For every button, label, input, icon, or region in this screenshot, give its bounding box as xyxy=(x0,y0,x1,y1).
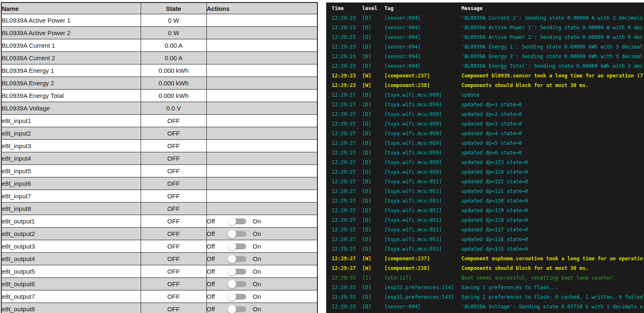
entity-actions: Off On xyxy=(206,240,317,253)
log-level: [D] xyxy=(362,110,384,119)
column-header-state: State xyxy=(141,3,206,14)
log-level: [D] xyxy=(362,62,384,71)
entity-actions: Off On xyxy=(206,290,317,303)
table-row: e8t_input5 OFF xyxy=(1,165,317,177)
toggle-on-label: On xyxy=(253,255,261,262)
toggle-thumb-icon xyxy=(228,255,236,263)
entity-actions xyxy=(206,64,317,77)
entity-name: e8t_output5 xyxy=(1,265,141,278)
entity-name: e8t_output4 xyxy=(1,253,141,265)
table-row: BL0939A Energy 2 0.000 kWh xyxy=(1,77,317,90)
toggle-switch[interactable] xyxy=(228,267,246,277)
entity-name: e8t_input6 xyxy=(1,177,141,190)
log-message: 'BL0939A Current 2': Sending state 0.000… xyxy=(461,13,644,23)
log-message: updated dp=6 state=0 xyxy=(461,148,644,158)
log-time: 12:29:27 xyxy=(332,100,362,110)
entity-state: OFF xyxy=(141,228,206,240)
entity-name: e8t_output3 xyxy=(1,240,141,253)
entity-actions: Off On xyxy=(206,303,317,313)
log-row: 12:29:23 [D] [sensor:094] 'BL0939A Activ… xyxy=(332,33,644,42)
entity-actions xyxy=(206,127,317,140)
entity-state: OFF xyxy=(141,278,206,290)
log-row: 12:29:27 [D] [tuya.wifi.mcu:051] updated… xyxy=(332,187,644,196)
entity-state: OFF xyxy=(141,203,206,215)
toggle-switch[interactable] xyxy=(228,292,246,302)
log-level: [D] xyxy=(362,33,384,42)
log-level: [D] xyxy=(362,52,384,62)
entity-state: OFF xyxy=(141,177,206,190)
log-level: [D] xyxy=(362,225,384,235)
toggle-group: Off On xyxy=(207,303,317,313)
log-tag: [tuya.wifi.mcu:059] xyxy=(384,129,461,139)
entity-actions xyxy=(206,77,317,90)
log-row: 12:29:23 [D] [sensor:094] 'BL0939A Energ… xyxy=(332,52,644,62)
table-row: e8t_output5 OFF Off On xyxy=(1,265,317,278)
toggle-on-label: On xyxy=(253,305,261,313)
toggle-switch[interactable] xyxy=(228,216,246,226)
entity-name: BL0939A Current 2 xyxy=(1,52,141,64)
log-row: 12:29:27 [D] [tuya.wifi.mcu:051] updated… xyxy=(332,235,644,244)
log-message: updated dp=2 state=0 xyxy=(461,110,644,119)
toggle-switch[interactable] xyxy=(228,229,246,239)
toggle-switch[interactable] xyxy=(228,254,246,264)
toggle-thumb-icon xyxy=(228,305,236,313)
toggle-off-label: Off xyxy=(207,305,218,313)
entity-table: Name State Actions BL0939A Active Power … xyxy=(1,2,318,313)
toggle-on-label: On xyxy=(253,230,261,237)
log-message: Components should block for at most 30 m… xyxy=(461,264,644,273)
entity-state: OFF xyxy=(141,265,206,278)
toggle-off-label: Off xyxy=(207,218,218,225)
table-row: e8t_output1 OFF Off On xyxy=(1,215,317,228)
table-row: BL0939A Voltage 0.0 V xyxy=(1,102,317,115)
table-row: e8t_input4 OFF xyxy=(1,152,317,165)
log-time: 12:29:27 xyxy=(332,129,362,139)
entity-table-header-row: Name State Actions xyxy=(1,3,317,14)
entity-state: OFF xyxy=(141,253,206,265)
toggle-switch[interactable] xyxy=(228,279,246,289)
entity-table-body: BL0939A Active Power 1 0 W BL0939A Activ… xyxy=(1,14,317,313)
toggle-off-label: Off xyxy=(207,293,218,300)
toggle-on-label: On xyxy=(253,293,261,300)
log-column-header-message: Message xyxy=(461,4,644,13)
log-level: [W] xyxy=(362,71,384,81)
entity-name: e8t_output6 xyxy=(1,278,141,290)
log-time: 12:29:27 xyxy=(332,264,362,273)
toggle-on-label: On xyxy=(253,243,261,250)
log-level: [D] xyxy=(362,13,384,23)
table-row: e8t_output7 OFF Off On xyxy=(1,290,317,303)
entity-actions xyxy=(206,52,317,64)
toggle-off-label: Off xyxy=(207,230,218,237)
log-panel[interactable]: Time level Tag Message 12:29:23 [D] [sen… xyxy=(326,3,644,313)
log-level: [D] xyxy=(362,235,384,244)
table-row: e8t_input1 OFF xyxy=(1,115,317,127)
log-level: [D] xyxy=(362,148,384,158)
log-time: 12:29:27 xyxy=(332,244,362,254)
log-time: 12:29:27 xyxy=(332,139,362,148)
log-tag: [component:238] xyxy=(384,81,461,90)
log-row: 12:29:27 [D] [tuya.wifi.mcu:059] updated… xyxy=(332,167,644,177)
log-time: 12:29:23 xyxy=(332,52,362,62)
entity-actions xyxy=(206,27,317,39)
table-row: e8t_output6 OFF Off On xyxy=(1,278,317,290)
entity-actions xyxy=(206,203,317,215)
log-time: 12:29:33 xyxy=(332,283,362,292)
toggle-switch[interactable] xyxy=(228,304,246,313)
log-tag: [tuya.wifi.mcu:059] xyxy=(384,148,461,158)
toggle-on-label: On xyxy=(253,280,261,287)
toggle-off-label: Off xyxy=(207,243,218,250)
toggle-switch[interactable] xyxy=(228,241,246,251)
log-message: updated dp=5 state=0 xyxy=(461,139,644,148)
entity-state: 0.000 kWh xyxy=(141,64,206,77)
log-tag: [component:238] xyxy=(384,264,461,273)
log-message: updated dp=1 state=0 xyxy=(461,100,644,110)
log-message: Component bl0939.sensor took a long time… xyxy=(461,71,644,81)
log-tag: [sensor:094] xyxy=(384,23,461,33)
toggle-thumb-icon xyxy=(228,230,236,238)
toggle-thumb-icon xyxy=(228,242,236,251)
table-row: e8t_input7 OFF xyxy=(1,190,317,203)
log-message: updated dp=3 state=0 xyxy=(461,119,644,129)
log-message: updated dp=117 state=0 xyxy=(461,225,644,235)
entity-state: OFF xyxy=(141,240,206,253)
log-message: Component esphome.coroutine took a long … xyxy=(461,254,644,264)
entity-name: e8t_input7 xyxy=(1,190,141,203)
